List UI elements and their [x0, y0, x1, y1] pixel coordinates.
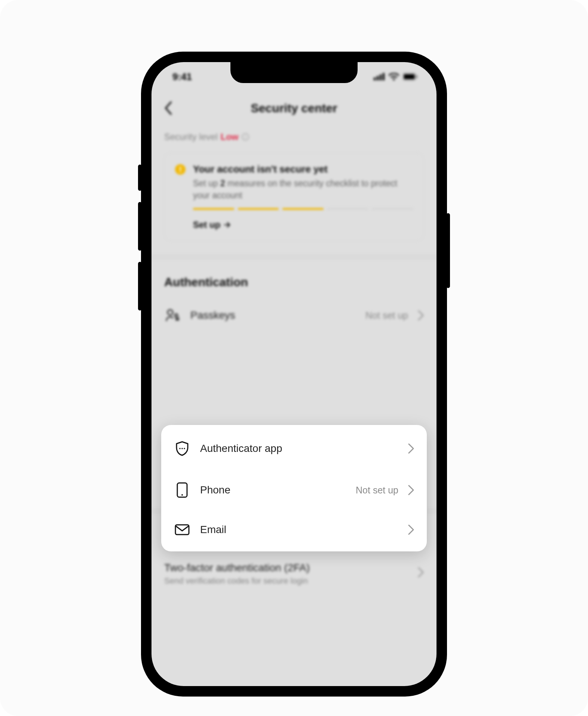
phone-notch	[230, 62, 358, 83]
back-button[interactable]	[164, 101, 172, 115]
security-level-label: Security level	[164, 132, 218, 142]
alert-icon: !	[175, 164, 186, 175]
highlighted-card: Authenticator app Phone Not set up	[161, 425, 427, 551]
chevron-right-icon	[408, 524, 414, 535]
security-level: Security level Low i	[164, 132, 424, 142]
chevron-left-icon	[164, 101, 172, 115]
phone-side-button	[446, 213, 450, 288]
row-desc: Send verification codes for secure login	[164, 576, 408, 586]
chevron-right-icon	[408, 443, 414, 454]
arrow-right-icon	[223, 221, 231, 229]
cellular-icon	[374, 73, 385, 80]
row-2fa[interactable]: Two-factor authentication (2FA) Send ver…	[164, 551, 424, 597]
row-email[interactable]: Email	[174, 511, 414, 548]
page-header: Security center	[151, 91, 437, 125]
row-phone[interactable]: Phone Not set up	[174, 469, 414, 511]
svg-point-8	[175, 314, 178, 317]
row-label: Passkeys	[190, 309, 356, 321]
alert-desc-pre: Set up	[193, 178, 220, 188]
row-label: Two-factor authentication (2FA)	[164, 562, 408, 574]
wifi-icon	[389, 73, 399, 80]
svg-point-14	[181, 494, 183, 496]
shield-icon	[174, 441, 190, 456]
svg-rect-1	[377, 76, 379, 80]
alert-desc-bold: 2	[220, 178, 225, 188]
row-label: Phone	[200, 484, 346, 496]
svg-rect-2	[380, 74, 382, 80]
setup-label: Set up	[193, 220, 220, 230]
info-icon[interactable]: i	[242, 133, 249, 141]
svg-rect-15	[175, 525, 189, 535]
page-title: Security center	[251, 101, 337, 115]
security-alert-card: ! Your account isn't secure yet Set up 2…	[164, 153, 424, 241]
row-label: Email	[200, 524, 398, 536]
chevron-right-icon	[408, 485, 414, 495]
svg-point-12	[184, 448, 185, 449]
svg-point-7	[168, 310, 173, 315]
canvas: 9:41 Security center Security lev	[0, 0, 588, 716]
alert-description: Set up 2 measures on the security checkl…	[193, 177, 413, 201]
row-passkeys[interactable]: Passkeys Not set up	[164, 297, 424, 334]
svg-point-11	[181, 448, 183, 449]
section-title-auth: Authentication	[164, 275, 424, 289]
row-status: Not set up	[365, 310, 408, 321]
phone-side-button	[138, 202, 142, 251]
email-icon	[174, 524, 190, 536]
status-time: 9:41	[172, 71, 192, 83]
svg-rect-6	[416, 75, 417, 78]
svg-rect-3	[383, 73, 385, 80]
chevron-right-icon	[418, 310, 424, 321]
row-status: Not set up	[356, 485, 398, 496]
svg-rect-0	[374, 77, 376, 80]
phone-side-button	[138, 262, 142, 310]
setup-button[interactable]: Set up	[193, 220, 231, 230]
security-level-value: Low	[221, 132, 239, 142]
svg-rect-5	[404, 74, 415, 79]
battery-icon	[403, 73, 418, 80]
passkeys-icon	[164, 308, 181, 323]
alert-title: Your account isn't secure yet	[193, 163, 413, 175]
security-progress	[193, 208, 413, 210]
svg-point-10	[179, 448, 181, 449]
phone-side-button	[138, 165, 142, 191]
phone-frame: 9:41 Security center Security lev	[142, 52, 446, 696]
section-divider	[151, 254, 437, 260]
chevron-right-icon	[418, 567, 424, 578]
row-authenticator-app[interactable]: Authenticator app	[174, 428, 414, 469]
phone-icon	[174, 482, 190, 498]
row-label: Authenticator app	[200, 443, 398, 455]
phone-screen: 9:41 Security center Security lev	[151, 62, 437, 686]
status-icons	[374, 73, 418, 80]
